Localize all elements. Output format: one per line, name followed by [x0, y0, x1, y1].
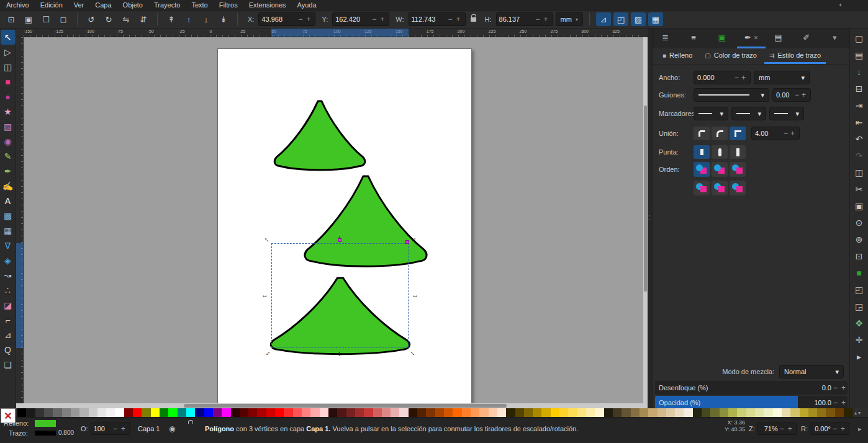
vertical-ruler[interactable]: 0255075100125150175200225250275 [16, 37, 24, 403]
palette-swatch[interactable] [293, 408, 302, 417]
palette-swatch[interactable] [541, 408, 550, 417]
y-input[interactable]: 162.420 − + [332, 12, 389, 26]
open-document-icon[interactable]: ▤ [852, 48, 867, 63]
deselect-icon[interactable]: ☐ [38, 12, 53, 26]
tab-estilo-de-trazo[interactable]: ⇉Estilo de trazo [764, 48, 826, 64]
units-dropdown[interactable]: mm ▾ [556, 12, 583, 26]
rotate-ccw-icon[interactable]: ↺ [84, 12, 99, 26]
blur-decrement[interactable]: − [831, 383, 839, 392]
palette-swatch[interactable] [720, 408, 728, 417]
menu-item[interactable]: Capa [95, 1, 111, 9]
palette-swatch[interactable] [417, 408, 426, 417]
marker-end-dropdown[interactable]: ▾ [769, 107, 804, 120]
palette-swatch[interactable] [213, 408, 222, 417]
app-indicator-icon[interactable]: ◐ [839, 1, 843, 8]
zoom-selection-icon[interactable]: ⊙ [852, 215, 867, 230]
transform-stroke-toggle[interactable]: ⊿ [596, 12, 611, 26]
opacity-decrement[interactable]: − [831, 398, 839, 407]
close-icon[interactable]: ✕ [754, 35, 759, 41]
palette-swatch[interactable] [284, 408, 292, 417]
pages-tool[interactable]: ❏ [1, 357, 16, 372]
rectangle-tool[interactable]: ■ [1, 74, 16, 89]
palette-swatch[interactable] [240, 408, 248, 417]
tab-color-de-trazo[interactable]: ▢Color de trazo [700, 48, 762, 64]
print-icon[interactable]: ⊟ [852, 81, 867, 96]
palette-swatch[interactable] [444, 408, 453, 417]
palette-swatch[interactable] [684, 408, 692, 417]
layers-dialog-tab[interactable]: ≣ [653, 29, 680, 48]
paste-icon[interactable]: ▣ [852, 199, 867, 213]
palette-swatch[interactable] [622, 408, 630, 417]
lower-to-bottom-icon[interactable]: ↡ [216, 12, 231, 26]
palette-swatch[interactable] [310, 408, 319, 417]
palette-swatch[interactable] [399, 408, 408, 417]
connector-tool[interactable]: ⌐ [1, 313, 16, 328]
zoom-input[interactable]: 71% − + [757, 423, 797, 435]
palette-swatch[interactable] [435, 408, 444, 417]
vertical-scrollbar-thumb[interactable] [644, 105, 647, 292]
menu-item[interactable]: Texto [191, 1, 207, 9]
vertical-scrollbar[interactable] [643, 37, 648, 403]
rotation-inc[interactable]: + [839, 424, 847, 433]
palette-swatch[interactable] [515, 408, 524, 417]
palette-swatch[interactable] [391, 408, 399, 417]
horizontal-scrollbar-thumb[interactable] [184, 404, 507, 408]
palette-swatch[interactable] [346, 408, 355, 417]
palette-swatch[interactable] [568, 408, 577, 417]
x-input[interactable]: 43.968 − + [258, 12, 315, 26]
palette-swatch[interactable] [17, 408, 26, 417]
horizontal-ruler[interactable]: -150-125-100-75-50-250255075100125150175… [24, 29, 643, 37]
save-document-icon[interactable]: ↓ [852, 65, 867, 79]
paint-order-4-button[interactable] [694, 181, 710, 195]
x-decrement[interactable]: − [296, 15, 304, 24]
document-properties-dialog-tab[interactable]: ▤ [766, 29, 793, 48]
palette-swatch[interactable] [826, 408, 834, 417]
palette-swatch[interactable] [710, 408, 719, 417]
dash-offset-increment[interactable]: + [800, 91, 807, 99]
pen-tool[interactable]: ✒ [1, 164, 16, 179]
scale-handle-w[interactable]: ↔ [261, 292, 268, 298]
paint-order-6-button[interactable] [730, 181, 746, 195]
palette-swatch[interactable] [666, 408, 675, 417]
palette-swatch[interactable] [702, 408, 710, 417]
cap-square-button[interactable] [730, 145, 746, 159]
miter-limit-input[interactable]: 4.00 − + [751, 127, 800, 140]
palette-swatch[interactable] [471, 408, 479, 417]
pencil-tool[interactable]: ✎ [1, 149, 16, 164]
palette-swatch[interactable] [302, 408, 310, 417]
zoom-drawing-icon[interactable]: ⊚ [852, 232, 867, 247]
lower-icon[interactable]: ↓ [199, 12, 214, 26]
objects-dialog-tab[interactable]: ≡ [680, 29, 708, 48]
palette-swatch[interactable] [817, 408, 826, 417]
palette-swatch[interactable] [409, 408, 417, 417]
menu-item[interactable]: Extensiones [249, 1, 286, 9]
palette-swatch[interactable] [426, 408, 435, 417]
palette-swatch[interactable] [737, 408, 746, 417]
dash-pattern-dropdown[interactable]: ▾ [694, 88, 769, 102]
select-all-icon[interactable]: ⊡ [4, 12, 19, 26]
undo-icon[interactable]: ↶ [852, 132, 867, 146]
dash-offset-input[interactable]: 0.00 − + [772, 88, 811, 102]
stroke-width-unit-dropdown[interactable]: mm ▾ [754, 71, 810, 84]
canvas[interactable]: ↔ ↔ ↔ ↔ ↔ ↔ ↕ ↕ [24, 37, 643, 403]
flip-vertical-icon[interactable]: ⇵ [136, 12, 151, 26]
rotate-cw-icon[interactable]: ↻ [101, 12, 116, 26]
import-icon[interactable]: ⇥ [852, 98, 867, 113]
lock-ratio-icon[interactable] [471, 17, 476, 22]
miter-increment[interactable]: + [789, 129, 796, 138]
scale-handle-e[interactable]: ↔ [412, 292, 418, 298]
stroke-width-input[interactable]: 0.000 − + [694, 71, 751, 84]
statusbar-expander[interactable]: ▸ [858, 425, 862, 433]
transform-corners-toggle[interactable]: ◰ [613, 12, 628, 26]
x-increment[interactable]: + [304, 15, 312, 24]
join-miter-button[interactable] [730, 127, 746, 140]
palette-swatch[interactable] [782, 408, 790, 417]
palette-swatch[interactable] [462, 408, 471, 417]
palette-swatch[interactable] [800, 408, 808, 417]
palette-swatch[interactable] [764, 408, 772, 417]
tweak-tool[interactable]: ↝ [1, 268, 16, 283]
paint-order-5-button[interactable] [712, 181, 728, 195]
node-tool[interactable]: ▷ [1, 45, 16, 60]
paint-order-3-button[interactable] [730, 162, 746, 177]
palette-swatch[interactable] [115, 408, 124, 417]
